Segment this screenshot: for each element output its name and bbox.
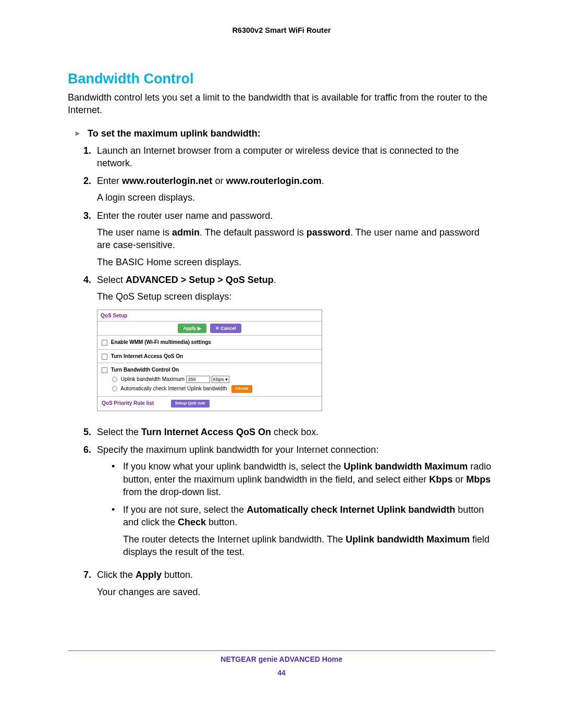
setup-qos-rule-button[interactable]: Setup QoS rule <box>171 400 210 408</box>
text: . The default password is <box>200 227 307 238</box>
step-body: Launch an Internet browser from a comput… <box>97 144 495 170</box>
step-body: Select ADVANCED > Setup > QoS Setup. The… <box>97 274 495 421</box>
step-body: Select the Turn Internet Access QoS On c… <box>97 426 495 438</box>
bold-text: password <box>307 227 350 238</box>
step-sub: The user name is admin. The default pass… <box>97 226 495 252</box>
footer-rule <box>68 650 495 651</box>
qos-row-rules: QoS Priority Rule list Setup QoS rule <box>97 397 322 411</box>
checkbox-label: Turn Internet Access QoS On <box>111 353 183 359</box>
bullet-body: If you are not sure, select the Automati… <box>123 503 495 558</box>
text: check box. <box>271 427 319 437</box>
qos-row-internet-access: Turn Internet Access QoS On <box>97 350 322 364</box>
footer-text: NETGEAR genie ADVANCED Home <box>68 655 495 663</box>
page-number: 44 <box>68 669 495 677</box>
text: from the drop-down list. <box>123 487 221 497</box>
checkbox-icon[interactable] <box>102 340 107 346</box>
checkbox-label: Enable WMM (Wi-Fi multimedia) settings <box>111 339 211 345</box>
text: Select <box>97 275 126 285</box>
bullet-body: If you know what your uplink bandwidth i… <box>123 460 495 498</box>
uplink-max-input[interactable]: 256 <box>186 376 210 383</box>
step-body: Click the Apply button. Your changes are… <box>97 569 495 598</box>
text: If you are not sure, select the <box>123 504 247 515</box>
text: Enter the router user name and password. <box>97 211 273 221</box>
bold-text: www.routerlogin.net <box>122 176 212 186</box>
cancel-button[interactable]: ✕ Cancel <box>210 324 241 333</box>
checkbox-label: Turn Bandwidth Control On <box>111 367 179 373</box>
step-sub: A login screen displays. <box>97 191 495 204</box>
qos-row-wmm: Enable WMM (Wi-Fi multimedia) settings <box>97 336 322 350</box>
step-sub: The QoS Setup screen displays: <box>97 290 495 303</box>
bold-text: Uplink bandwidth Maximum <box>346 534 470 545</box>
step-sub: The BASIC Home screen displays. <box>97 256 495 268</box>
bullet-sub: The router detects the Internet uplink b… <box>123 533 495 559</box>
text: Enter <box>97 176 122 186</box>
step-number: 2. <box>83 175 97 204</box>
text: The router detects the Internet uplink b… <box>123 534 346 545</box>
text: The user name is <box>97 227 172 238</box>
check-button[interactable]: Check <box>231 385 252 393</box>
step-number: 1. <box>83 144 97 170</box>
radio-icon[interactable] <box>112 377 117 382</box>
bold-text: Turn Internet Access QoS On <box>141 427 271 437</box>
bold-text: Automatically check Internet Uplink band… <box>247 504 455 515</box>
bold-text: Kbps <box>429 474 452 485</box>
uplink-unit-select[interactable]: Kbps ▾ <box>212 376 229 383</box>
task-arrow-icon: ➤ <box>74 129 80 138</box>
qos-screenshot: QoS Setup Apply ▶ ✕ Cancel Enable WMM (W… <box>97 310 322 411</box>
step-number: 4. <box>83 274 97 421</box>
step-number: 7. <box>83 569 97 598</box>
bold-text: www.routerlogin.com <box>226 176 321 186</box>
text: . <box>322 176 324 186</box>
text: Click the <box>97 570 136 580</box>
bold-text: admin <box>172 227 200 238</box>
text: button. <box>162 570 193 580</box>
step-number: 3. <box>83 209 97 268</box>
bullet-list: If you know what your uplink bandwidth i… <box>112 460 495 558</box>
step-number: 5. <box>83 426 97 438</box>
qos-row-bandwidth: Turn Bandwidth Control On Uplink bandwid… <box>97 363 322 397</box>
radio-icon[interactable] <box>112 386 117 391</box>
section-title: Bandwidth Control <box>68 71 495 87</box>
bold-text: Mbps <box>466 474 491 485</box>
task-title: To set the maximum uplink bandwidth: <box>88 128 261 139</box>
checkbox-icon[interactable] <box>102 367 107 373</box>
apply-button[interactable]: Apply ▶ <box>178 324 206 333</box>
text: or <box>452 474 466 485</box>
intro-paragraph: Bandwidth control lets you set a limit t… <box>68 91 495 117</box>
bold-text: ADVANCED > Setup > QoS Setup <box>126 275 274 285</box>
text: If you know what your uplink bandwidth i… <box>123 461 344 472</box>
step-number: 6. <box>83 443 97 563</box>
radio-label: Uplink bandwidth Maximum <box>121 376 185 382</box>
step-list: 1. Launch an Internet browser from a com… <box>83 144 495 598</box>
text: button. <box>206 517 237 527</box>
step-body: Specify the maximum uplink bandwidth for… <box>97 443 495 563</box>
qos-panel-title: QoS Setup <box>97 310 322 322</box>
doc-header: R6300v2 Smart WiFi Router <box>68 26 495 34</box>
radio-label: Automatically check Internet Uplink band… <box>120 386 227 391</box>
step-body: Enter the router user name and password.… <box>97 209 495 268</box>
step-sub: Your changes are saved. <box>97 586 495 598</box>
step-body: Enter www.routerlogin.net or www.routerl… <box>97 175 495 204</box>
bold-text: Apply <box>136 570 162 580</box>
rule-list-label: QoS Priority Rule list <box>102 400 154 406</box>
text: Select the <box>97 427 141 437</box>
bold-text: Check <box>178 517 206 527</box>
text: . <box>274 275 276 285</box>
bold-text: Uplink bandwidth Maximum <box>344 461 468 472</box>
text: or <box>212 176 226 186</box>
text: Specify the maximum uplink bandwidth for… <box>97 445 378 455</box>
checkbox-icon[interactable] <box>102 354 107 360</box>
